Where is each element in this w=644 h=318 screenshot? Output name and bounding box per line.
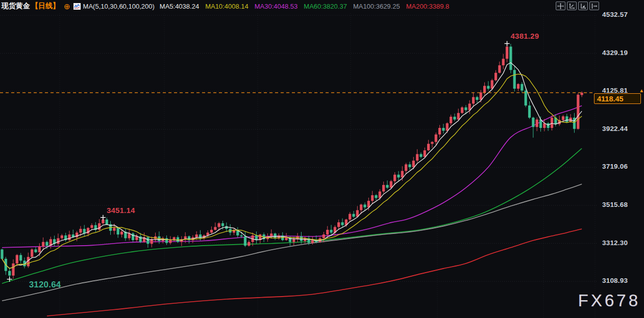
annotation-3120.64: 3120.64 (29, 280, 61, 290)
price-marker-cross (7, 277, 12, 282)
chart-header: 现货黄金 【日线】 ⊕ MA(5,10,30,60,100,200) MA5:4… (0, 0, 644, 12)
ma-lines-long (2, 106, 582, 316)
ma30-legend: MA30:4048.53 (255, 3, 298, 10)
y-axis-label: 3719.06 (602, 163, 628, 170)
ma60-legend: MA60:3820.37 (304, 3, 347, 10)
ma5-legend: MA5:4038.24 (160, 3, 199, 10)
shift-right-button[interactable] (589, 2, 599, 10)
ma100-legend: MA100:3629.25 (353, 3, 400, 10)
y-axis-label: 3515.68 (602, 201, 628, 208)
y-axis-label: 4329.19 (602, 49, 628, 57)
price-marker-cross (101, 215, 106, 220)
price-up-arrow-icon: ▲ (639, 88, 644, 93)
annotation-3451.14: 3451.14 (107, 206, 135, 215)
chart-toolbar (556, 2, 599, 10)
ma-line-MA10 (2, 74, 582, 268)
y-axis-label: 3922.44 (602, 125, 628, 132)
current-price-box: 4118.45 (594, 93, 641, 104)
ma-line-MA200 (47, 229, 582, 316)
zoom-axis-right-button[interactable] (578, 2, 588, 10)
pan-tool-button[interactable] (556, 2, 565, 10)
candlestick-chart[interactable] (0, 0, 644, 318)
ma-line-MA30 (2, 106, 582, 248)
grid (0, 13, 598, 318)
y-axis-label: 3108.93 (602, 277, 628, 284)
ma10-legend: MA10:4008.14 (205, 3, 249, 10)
y-axis-label: 3312.30 (602, 239, 628, 247)
mini-chart-icon[interactable] (73, 3, 81, 10)
indicator-label[interactable]: MA(5,10,30,60,100,200) (83, 3, 155, 10)
candles-layer (1, 43, 583, 279)
price-marker-cross (505, 41, 510, 46)
globe-icon[interactable]: ⊕ (64, 3, 70, 10)
trading-chart-app: 现货黄金 【日线】 ⊕ MA(5,10,30,60,100,200) MA5:4… (0, 0, 644, 318)
timeframe-label[interactable]: 【日线】 (31, 2, 60, 11)
ma200-legend: MA200:3389.8 (406, 3, 450, 10)
symbol-name: 现货黄金 (2, 2, 30, 11)
ma-lines-short (2, 63, 582, 269)
watermark: FX678 (578, 291, 640, 310)
zoom-axis-left-button[interactable] (567, 2, 577, 10)
current-price-value: 4118.45 (597, 95, 624, 103)
ma-line-MA60 (2, 148, 582, 283)
annotation-4381.29: 4381.29 (511, 32, 539, 40)
